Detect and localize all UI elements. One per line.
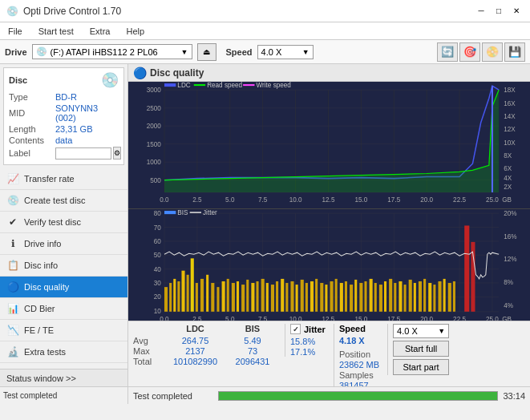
sidebar-item-fe-te[interactable]: 📉 FE / TE bbox=[0, 320, 127, 341]
disc-label-row: Label ⚙ bbox=[9, 147, 119, 160]
extra-tests-icon: 🔬 bbox=[6, 345, 19, 358]
sidebar-item-label-cd-bier: CD Bier bbox=[24, 304, 55, 313]
minimize-button[interactable]: ─ bbox=[474, 4, 488, 18]
sidebar-item-create-test-disc[interactable]: 💿 Create test disc bbox=[0, 190, 127, 212]
sidebar-item-drive-info[interactable]: ℹ Drive info bbox=[0, 233, 127, 255]
svg-text:7.5: 7.5 bbox=[258, 317, 268, 321]
svg-rect-135 bbox=[340, 283, 343, 312]
disc-quality-header-icon: 🔵 bbox=[133, 67, 147, 79]
svg-text:40: 40 bbox=[154, 266, 162, 273]
sidebar-item-disc-quality[interactable]: 🔵 Disc quality bbox=[0, 277, 127, 298]
toolbar-btn-1[interactable]: 🔄 bbox=[437, 42, 458, 62]
sidebar-bottom: Test completed bbox=[0, 386, 127, 404]
svg-rect-125 bbox=[290, 281, 293, 312]
drive-label: Drive bbox=[5, 47, 27, 57]
sidebar-item-label-extra-tests: Extra tests bbox=[24, 347, 66, 357]
svg-rect-120 bbox=[266, 283, 269, 312]
svg-rect-137 bbox=[350, 285, 353, 313]
svg-rect-126 bbox=[296, 285, 298, 313]
svg-rect-156 bbox=[443, 279, 446, 312]
svg-text:20.0: 20.0 bbox=[420, 196, 433, 204]
cd-bier-icon: 📊 bbox=[6, 302, 19, 315]
menu-file[interactable]: File bbox=[5, 26, 26, 37]
disc-info-icon: 📋 bbox=[6, 259, 19, 272]
svg-rect-121 bbox=[271, 285, 274, 313]
stats-avg-bis: 5.49 bbox=[229, 336, 277, 345]
menu-help[interactable]: Help bbox=[123, 26, 148, 37]
svg-rect-151 bbox=[419, 281, 422, 312]
jitter-avg: 15.8% bbox=[290, 337, 326, 346]
stats-max-bis: 73 bbox=[229, 346, 277, 356]
svg-rect-152 bbox=[423, 279, 426, 312]
speed-header: Speed bbox=[339, 324, 379, 335]
stats-ldc-bis-section: LDC BIS Avg 264.75 5.49 Max 2137 73 Tota… bbox=[133, 324, 277, 366]
close-button[interactable]: ✕ bbox=[509, 4, 524, 18]
speed-selector[interactable]: 4.0 X ▼ bbox=[257, 45, 314, 59]
disc-type-row: Type BD-R bbox=[9, 92, 119, 102]
svg-rect-159 bbox=[464, 226, 469, 312]
sidebar-item-disc-info[interactable]: 📋 Disc info bbox=[0, 255, 127, 277]
sidebar-item-extra-tests[interactable]: 🔬 Extra tests bbox=[0, 341, 127, 363]
create-test-disc-icon: 💿 bbox=[6, 194, 19, 207]
menu-start-test[interactable]: Start test bbox=[35, 26, 77, 37]
svg-text:500: 500 bbox=[150, 177, 161, 184]
drive-selector[interactable]: 💿 (F:) ATAPI iHBS112 2 PL06 ▼ bbox=[32, 44, 192, 59]
svg-text:1000: 1000 bbox=[147, 159, 162, 166]
disc-label-button[interactable]: ⚙ bbox=[113, 147, 121, 160]
sidebar-item-label-create-test-disc: Create test disc bbox=[24, 196, 85, 205]
jitter-max: 17.1% bbox=[290, 347, 326, 357]
svg-text:8%: 8% bbox=[504, 280, 513, 287]
svg-rect-118 bbox=[257, 281, 259, 312]
svg-text:12X: 12X bbox=[504, 126, 516, 133]
toolbar-btn-3[interactable]: 📀 bbox=[482, 42, 503, 62]
chart2-container: 80 70 60 50 40 30 20 10 20% 16% 12% 8% 4… bbox=[128, 209, 530, 321]
disc-label-input[interactable] bbox=[55, 147, 111, 160]
status-window[interactable]: Status window >> bbox=[0, 369, 127, 386]
titlebar: 💿 Opti Drive Control 1.70 ─ □ ✕ bbox=[0, 0, 530, 22]
svg-rect-138 bbox=[354, 280, 357, 312]
position-row: Position bbox=[339, 349, 379, 359]
menu-extra[interactable]: Extra bbox=[87, 26, 114, 37]
svg-rect-104 bbox=[187, 275, 189, 312]
svg-text:12.5: 12.5 bbox=[322, 196, 335, 204]
svg-rect-155 bbox=[438, 281, 441, 312]
svg-rect-147 bbox=[399, 281, 402, 312]
svg-text:70: 70 bbox=[154, 224, 162, 232]
svg-text:4X: 4X bbox=[504, 175, 512, 182]
svg-rect-113 bbox=[232, 283, 235, 312]
toolbar-btn-4[interactable]: 💾 bbox=[504, 42, 525, 62]
fe-te-icon: 📉 bbox=[6, 324, 19, 337]
svg-text:2000: 2000 bbox=[147, 123, 162, 130]
start-full-button[interactable]: Start full bbox=[393, 341, 449, 357]
svg-rect-102 bbox=[177, 281, 180, 312]
main-progress-bar bbox=[218, 391, 498, 401]
svg-text:20: 20 bbox=[154, 294, 162, 301]
svg-rect-108 bbox=[206, 275, 208, 312]
sidebar-item-label-verify-test-disc: Verify test disc bbox=[24, 217, 81, 227]
eject-button[interactable]: ⏏ bbox=[197, 43, 216, 61]
sidebar-item-verify-test-disc[interactable]: ✔ Verify test disc bbox=[0, 212, 127, 233]
svg-rect-48 bbox=[164, 83, 176, 87]
jitter-checkbox[interactable] bbox=[290, 324, 301, 334]
svg-rect-119 bbox=[261, 279, 265, 312]
svg-rect-143 bbox=[379, 285, 382, 313]
svg-rect-100 bbox=[169, 283, 172, 312]
start-part-button[interactable]: Start part bbox=[393, 359, 449, 375]
sidebar-item-cd-bier[interactable]: 📊 CD Bier bbox=[0, 298, 127, 320]
svg-text:25.0: 25.0 bbox=[486, 196, 499, 204]
drive-dropdown-arrow: ▼ bbox=[181, 48, 188, 56]
sidebar-item-transfer-rate[interactable]: 📈 Transfer rate bbox=[0, 168, 127, 190]
svg-text:22.5: 22.5 bbox=[453, 317, 466, 321]
svg-text:5.0: 5.0 bbox=[225, 196, 235, 204]
svg-rect-105 bbox=[191, 259, 194, 312]
svg-rect-123 bbox=[281, 279, 284, 312]
svg-rect-129 bbox=[310, 281, 314, 312]
toolbar-btn-2[interactable]: 🎯 bbox=[459, 42, 480, 62]
disc-quality-title: Disc quality bbox=[150, 67, 204, 79]
toolbar-icons: 🔄 🎯 📀 💾 bbox=[437, 42, 525, 62]
speed-select-dropdown[interactable]: 4.0 X ▼ bbox=[393, 324, 449, 338]
svg-rect-106 bbox=[196, 283, 198, 312]
disc-quality-header: 🔵 Disc quality bbox=[128, 64, 530, 82]
maximize-button[interactable]: □ bbox=[492, 4, 506, 18]
svg-rect-150 bbox=[414, 283, 416, 312]
